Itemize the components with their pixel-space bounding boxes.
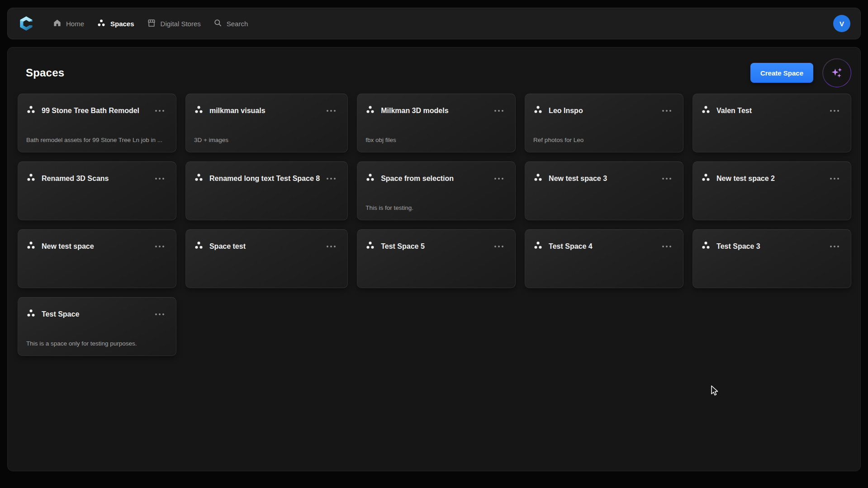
space-icon [533, 173, 543, 184]
space-description [194, 204, 337, 212]
space-card-header: Space from selection [365, 173, 504, 184]
space-card[interactable]: Test Space This is a space only for test… [18, 297, 176, 356]
space-title: Space test [209, 242, 320, 251]
top-navbar: Home Spaces Digital Store [7, 8, 861, 39]
space-icon [365, 241, 375, 252]
space-description [365, 272, 504, 280]
create-space-button[interactable]: Create Space [750, 63, 813, 83]
space-card[interactable]: Test Space 5 [357, 229, 516, 288]
space-card-header: Milkman 3D models [365, 105, 504, 116]
space-card[interactable]: Test Space 3 [693, 229, 851, 288]
space-icon [26, 173, 36, 184]
space-card[interactable]: milkman visuals 3D + images [185, 94, 348, 152]
more-options-button[interactable] [829, 175, 840, 182]
nav-item-label: Digital Stores [161, 20, 201, 28]
space-card-header: Valen Test [701, 105, 840, 116]
space-icon [365, 173, 375, 184]
space-description [26, 204, 165, 212]
space-icon [194, 105, 204, 116]
space-title: 99 Stone Tree Bath Remodel [42, 107, 148, 115]
panel-header: Spaces Create Space [8, 47, 860, 87]
space-description [701, 272, 840, 280]
nav-item-spaces[interactable]: Spaces [90, 8, 141, 39]
space-title: Leo Inspo [549, 107, 655, 115]
space-icon [365, 105, 375, 116]
more-options-button[interactable] [154, 311, 165, 318]
more-options-button[interactable] [326, 243, 337, 250]
space-card[interactable]: Renamed long text Test Space 8 [185, 161, 348, 220]
space-icon [701, 173, 711, 184]
space-icon [194, 241, 204, 252]
space-icon [26, 105, 36, 116]
space-card[interactable]: 99 Stone Tree Bath Remodel Bath remodel … [18, 94, 176, 152]
space-description [533, 204, 672, 212]
space-card-header: 99 Stone Tree Bath Remodel [26, 105, 165, 116]
space-card[interactable]: Valen Test [693, 94, 851, 152]
more-options-button[interactable] [493, 243, 504, 250]
space-card-header: Test Space 5 [365, 241, 504, 252]
spaces-icon [97, 19, 106, 29]
space-icon [194, 173, 204, 184]
space-card-header: Renamed 3D Scans [26, 173, 165, 184]
space-card[interactable]: Test Space 4 [525, 229, 683, 288]
nav-item-label: Search [227, 20, 248, 28]
space-card[interactable]: Leo Inspo Ref photos for Leo [525, 94, 683, 152]
nav-item-search[interactable]: Search [207, 8, 255, 39]
more-options-button[interactable] [326, 107, 337, 114]
space-card-header: Test Space 4 [533, 241, 672, 252]
space-title: Renamed long text Test Space 8 [209, 175, 320, 183]
page-title: Spaces [26, 66, 750, 79]
more-options-button[interactable] [154, 243, 165, 250]
more-options-button[interactable] [493, 175, 504, 182]
space-icon [701, 241, 711, 252]
space-title: Test Space 4 [549, 242, 655, 251]
space-title: New test space 2 [716, 175, 823, 183]
more-options-button[interactable] [829, 243, 840, 250]
space-card-header: Space test [194, 241, 337, 252]
more-options-button[interactable] [154, 175, 165, 182]
space-card[interactable]: New test space 2 [693, 161, 851, 220]
space-card-header: New test space 3 [533, 173, 672, 184]
search-icon [213, 19, 222, 28]
nav-item-home[interactable]: Home [47, 8, 90, 39]
space-card[interactable]: Space test [185, 229, 348, 288]
more-options-button[interactable] [661, 243, 672, 250]
space-description [701, 137, 840, 144]
nav-item-label: Home [66, 20, 84, 28]
more-options-button[interactable] [661, 175, 672, 182]
space-card[interactable]: Renamed 3D Scans [18, 161, 176, 220]
space-icon [26, 241, 36, 252]
space-icon [701, 105, 711, 116]
ai-assistant-button[interactable] [822, 58, 851, 87]
space-card-header: milkman visuals [194, 105, 337, 116]
spaces-grid: 99 Stone Tree Bath Remodel Bath remodel … [8, 87, 860, 356]
space-description: Bath remodel assets for 99 Stone Tree Ln… [26, 137, 165, 144]
nav-item-label: Spaces [110, 20, 134, 28]
home-icon [53, 19, 62, 28]
more-options-button[interactable] [326, 175, 337, 182]
space-title: Test Space [42, 310, 148, 318]
space-description [701, 204, 840, 212]
sparkles-icon [823, 59, 851, 87]
avatar-initial: V [840, 20, 844, 28]
space-card[interactable]: New test space [18, 229, 176, 288]
space-card[interactable]: Milkman 3D models fbx obj files [357, 94, 516, 152]
space-icon [533, 241, 543, 252]
space-card-header: Renamed long text Test Space 8 [194, 173, 337, 184]
space-card-header: New test space [26, 241, 165, 252]
space-card-header: Test Space 3 [701, 241, 840, 252]
more-options-button[interactable] [493, 107, 504, 114]
storefront-icon [147, 19, 156, 29]
space-title: New test space 3 [549, 175, 655, 183]
nav-item-digital-stores[interactable]: Digital Stores [141, 8, 207, 39]
space-title: Test Space 3 [716, 242, 823, 251]
spaces-panel: Spaces Create Space 99 Stone T [7, 47, 861, 471]
more-options-button[interactable] [661, 107, 672, 114]
more-options-button[interactable] [154, 107, 165, 114]
space-card[interactable]: Space from selection This is for testing… [357, 161, 516, 220]
app-logo-icon[interactable] [18, 15, 35, 32]
user-avatar[interactable]: V [833, 15, 850, 32]
more-options-button[interactable] [829, 107, 840, 114]
space-card[interactable]: New test space 3 [525, 161, 683, 220]
space-description: Ref photos for Leo [533, 137, 672, 144]
